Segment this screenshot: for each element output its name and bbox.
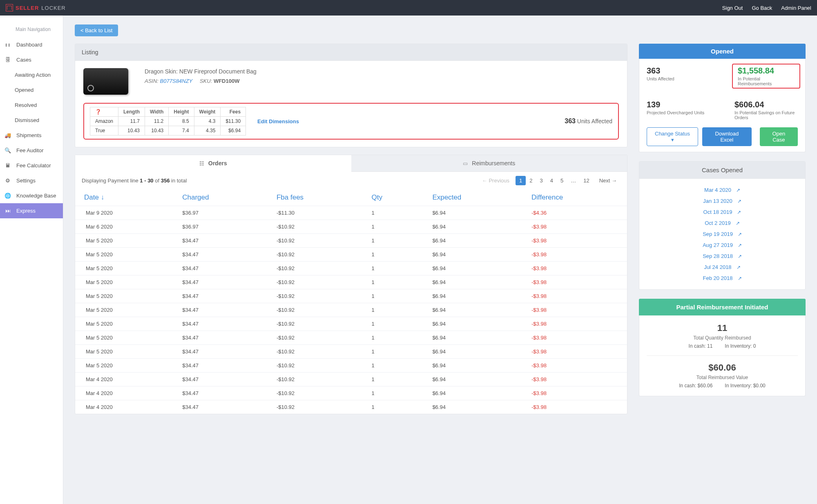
- cell-fba: -$10.92: [268, 317, 363, 331]
- open-case-button[interactable]: Open Case: [760, 127, 798, 146]
- sidebar-item-cases[interactable]: 🗄Cases: [0, 52, 63, 67]
- case-link[interactable]: Oct 18 2019↗: [647, 206, 798, 218]
- partial-amount-cash: In cash: $60.06: [679, 383, 712, 389]
- dim-cell: 4.3: [194, 117, 221, 126]
- cell-fba: -$10.92: [268, 373, 363, 386]
- sidebar-item-fee-auditor[interactable]: 🔍Fee Auditor: [0, 143, 63, 158]
- cell-exp: $6.94: [423, 359, 522, 373]
- logo[interactable]: SELLER LOCKER: [6, 4, 66, 11]
- cell-date: Mar 5 2020: [75, 262, 173, 275]
- table-row[interactable]: Mar 5 2020$34.47-$10.921$6.94-$3.98: [75, 234, 627, 248]
- col-date[interactable]: Date ↓: [75, 189, 173, 206]
- col-fba[interactable]: Fba fees: [268, 189, 363, 206]
- asin-label: ASIN:: [145, 78, 158, 84]
- orders-panel: ☷Orders ▭Reimbursements Displaying Payme…: [75, 155, 627, 414]
- dim-cell: 11.7: [118, 117, 145, 126]
- product-title: Dragon Skin: NEW Fireproof Document Bag: [145, 68, 257, 75]
- sidebar-item-shipments[interactable]: 🚚Shipments: [0, 128, 63, 143]
- dimensions-table: ❓LengthWidthHeightWeightFees Amazon11.71…: [90, 107, 246, 135]
- link-sign-out[interactable]: Sign Out: [722, 5, 743, 11]
- sidebar-item-label: Dashboard: [16, 42, 42, 48]
- page-1[interactable]: 1: [516, 176, 526, 185]
- table-row[interactable]: Mar 5 2020$34.47-$10.921$6.94-$3.98: [75, 275, 627, 289]
- cell-charged: $34.47: [173, 248, 268, 262]
- external-link-icon: ↗: [738, 231, 742, 237]
- case-link[interactable]: Jan 13 2020↗: [647, 195, 798, 206]
- asin-link[interactable]: B077S84NZY: [160, 78, 192, 84]
- external-link-icon: ↗: [738, 253, 742, 259]
- sidebar-item-opened[interactable]: Opened: [0, 82, 63, 98]
- product-image: [83, 68, 128, 95]
- case-link[interactable]: Oct 2 2019↗: [647, 218, 798, 229]
- table-row[interactable]: Mar 5 2020$34.47-$10.921$6.94-$3.98: [75, 331, 627, 345]
- page-3[interactable]: 3: [536, 176, 546, 185]
- table-row[interactable]: Mar 5 2020$34.47-$10.921$6.94-$3.98: [75, 289, 627, 303]
- sidebar-item-label: Express: [16, 208, 36, 214]
- table-row[interactable]: Mar 9 2020$36.97-$11.301$6.94-$4.36: [75, 206, 627, 220]
- partial-qty: 11: [647, 323, 798, 333]
- change-status-button[interactable]: Change Status ▾: [647, 127, 698, 146]
- potential-reimbursement-callout: $1,558.84 In Potential Reimbursements: [732, 64, 800, 89]
- potential-reimb-lbl: In Potential Reimbursements: [738, 76, 795, 86]
- table-row[interactable]: Mar 4 2020$34.47-$10.921$6.94-$3.98: [75, 400, 627, 414]
- sidebar-item-fee-calculator[interactable]: 🖩Fee Calculator: [0, 158, 63, 173]
- cell-qty: 1: [363, 303, 424, 317]
- cell-fba: -$10.92: [268, 275, 363, 289]
- opened-header: Opened: [639, 44, 806, 59]
- case-link[interactable]: Jul 24 2018↗: [647, 262, 798, 273]
- partial-header: Partial Reimbursement Initiated: [639, 299, 806, 315]
- cell-diff: -$3.98: [522, 386, 627, 400]
- download-excel-button[interactable]: Download Excel: [702, 127, 752, 146]
- edit-dimensions-link[interactable]: Edit Dimensions: [257, 118, 299, 124]
- partial-qty-inv: In Inventory: 0: [725, 343, 756, 349]
- external-link-icon: ↗: [738, 275, 742, 281]
- cell-diff: -$3.98: [522, 289, 627, 303]
- case-link[interactable]: Feb 20 2018↗: [647, 273, 798, 284]
- partial-amount-label: Total Reimbursed Value: [647, 375, 798, 380]
- col-charged[interactable]: Charged: [173, 189, 268, 206]
- table-row[interactable]: Mar 5 2020$34.47-$10.921$6.94-$3.98: [75, 359, 627, 373]
- table-row[interactable]: Mar 5 2020$34.47-$10.921$6.94-$3.98: [75, 317, 627, 331]
- page-5[interactable]: 5: [557, 176, 567, 185]
- link-admin-panel[interactable]: Admin Panel: [781, 5, 811, 11]
- sidebar-item-settings[interactable]: ⚙Settings: [0, 173, 63, 188]
- case-link[interactable]: Aug 27 2019↗: [647, 240, 798, 251]
- case-link[interactable]: Sep 19 2019↗: [647, 229, 798, 240]
- brand-text-1: SELLER: [16, 5, 39, 11]
- page-12[interactable]: 12: [580, 176, 593, 185]
- page-…[interactable]: …: [567, 176, 580, 185]
- page-2[interactable]: 2: [526, 176, 536, 185]
- sidebar-item-resolved[interactable]: Resolved: [0, 98, 63, 113]
- page-4[interactable]: 4: [547, 176, 557, 185]
- table-row[interactable]: Mar 6 2020$36.97-$10.921$6.94-$3.98: [75, 220, 627, 234]
- col-expected[interactable]: Expected: [423, 189, 522, 206]
- cell-fba: -$10.92: [268, 303, 363, 317]
- table-row[interactable]: Mar 5 2020$34.47-$10.921$6.94-$3.98: [75, 303, 627, 317]
- sidebar-item-express[interactable]: ⏭Express: [0, 203, 63, 218]
- cell-qty: 1: [363, 234, 424, 248]
- list-icon: ☷: [199, 160, 204, 167]
- sidebar-item-dashboard[interactable]: ⫾⫾Dashboard: [0, 37, 63, 52]
- tab-orders[interactable]: ☷Orders: [75, 155, 351, 172]
- page-next[interactable]: Next →: [596, 176, 621, 185]
- case-link[interactable]: Sep 28 2018↗: [647, 251, 798, 262]
- sidebar-item-awaiting-action[interactable]: Awaiting Action: [0, 67, 63, 82]
- col-qty[interactable]: Qty: [363, 189, 424, 206]
- cell-charged: $34.47: [173, 275, 268, 289]
- table-row[interactable]: Mar 5 2020$34.47-$10.921$6.94-$3.98: [75, 345, 627, 359]
- page-previous[interactable]: ← Previous: [478, 176, 513, 185]
- tab-reimbursements[interactable]: ▭Reimbursements: [351, 155, 627, 172]
- table-row[interactable]: Mar 4 2020$34.47-$10.921$6.94-$3.98: [75, 373, 627, 386]
- cell-exp: $6.94: [423, 345, 522, 359]
- sidebar-item-knowledge-base[interactable]: 🌐Knowledge Base: [0, 188, 63, 203]
- table-row[interactable]: Mar 5 2020$34.47-$10.921$6.94-$3.98: [75, 262, 627, 275]
- table-row[interactable]: Mar 5 2020$34.47-$10.921$6.94-$3.98: [75, 248, 627, 262]
- link-go-back[interactable]: Go Back: [752, 5, 772, 11]
- sidebar-item-dismissed[interactable]: Dismissed: [0, 113, 63, 128]
- cell-date: Mar 4 2020: [75, 373, 173, 386]
- col-difference[interactable]: Difference: [522, 189, 627, 206]
- back-to-list-button[interactable]: < Back to List: [75, 24, 118, 36]
- case-link[interactable]: Mar 4 2020↗: [647, 184, 798, 195]
- cases-opened-header: Cases Opened: [639, 162, 805, 179]
- table-row[interactable]: Mar 4 2020$34.47-$10.921$6.94-$3.98: [75, 386, 627, 400]
